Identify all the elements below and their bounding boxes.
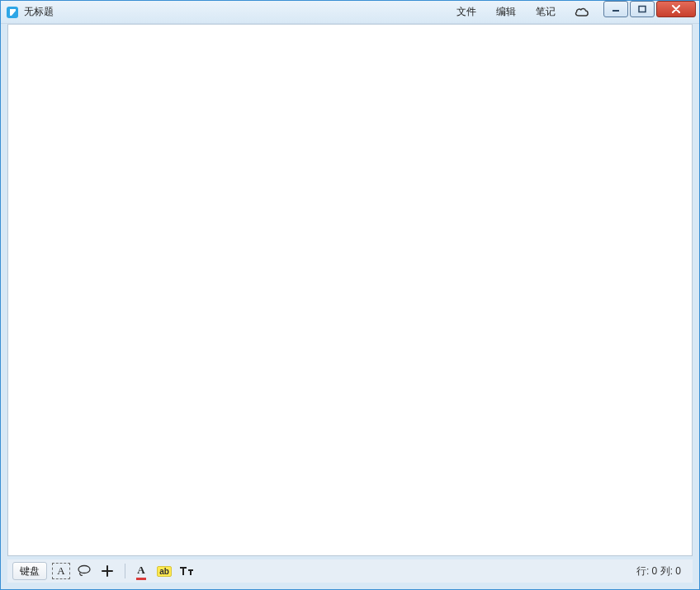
lasso-button[interactable]: [73, 562, 95, 580]
maximize-button[interactable]: [630, 1, 655, 17]
main-menu: 文件 编辑 笔记: [447, 1, 598, 23]
maximize-icon: [638, 5, 646, 13]
menu-file-label: 文件: [456, 5, 476, 19]
status-row-label: 行:: [636, 565, 649, 577]
cloud-button[interactable]: [565, 1, 598, 23]
menu-note-label: 笔记: [536, 5, 556, 19]
menu-note[interactable]: 笔记: [526, 1, 565, 23]
svg-rect-2: [639, 7, 646, 12]
bottom-toolbar: 键盘 A A ab 行:: [7, 559, 693, 583]
textbox-button[interactable]: A: [50, 562, 72, 580]
close-button[interactable]: [656, 1, 696, 17]
minimize-button[interactable]: [603, 1, 628, 17]
status-col-label: 列:: [660, 565, 673, 577]
add-button[interactable]: [97, 562, 118, 580]
editor-area[interactable]: [7, 24, 693, 556]
text-size-button[interactable]: [177, 562, 198, 580]
svg-point-3: [78, 566, 90, 573]
minimize-icon: [612, 5, 620, 13]
title-bar: 无标题 文件 编辑 笔记: [1, 1, 699, 24]
menu-edit-label: 编辑: [496, 5, 516, 19]
app-icon: [6, 6, 19, 19]
keyboard-button[interactable]: 键盘: [12, 562, 47, 580]
lasso-icon: [77, 564, 92, 578]
toolbar-separator: [125, 564, 125, 578]
status-col-value: 0: [675, 565, 681, 577]
font-color-button[interactable]: A: [130, 562, 152, 580]
cloud-icon: [574, 7, 590, 18]
status-cursor-position: 行: 0 列: 0: [636, 564, 688, 578]
highlight-button[interactable]: ab: [154, 562, 175, 580]
menu-edit[interactable]: 编辑: [486, 1, 526, 23]
svg-rect-1: [612, 10, 619, 12]
highlight-icon: ab: [157, 566, 172, 577]
status-row-value: 0: [652, 565, 658, 577]
window-title: 无标题: [24, 5, 54, 19]
font-color-icon: A: [137, 564, 144, 579]
close-icon: [671, 5, 681, 13]
menu-file[interactable]: 文件: [447, 1, 486, 23]
keyboard-button-label: 键盘: [20, 564, 40, 578]
textbox-icon: A: [52, 563, 70, 579]
plus-icon: [102, 565, 113, 577]
window-controls: [603, 1, 696, 23]
text-size-icon: [179, 565, 196, 577]
